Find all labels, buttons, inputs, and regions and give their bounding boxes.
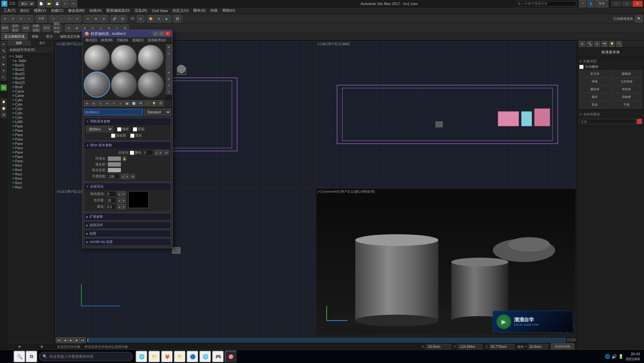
mat-sphere-4[interactable] [84,71,110,98]
highlight-header[interactable]: 反射高光 [84,183,171,190]
redo-btn[interactable]: ↪ [70,0,77,7]
play-btn[interactable]: ⏮ [56,337,62,343]
close-btn[interactable]: ✕ [633,1,643,7]
tree-item[interactable]: 👁 Cylin [8,111,53,115]
menu-render[interactable]: 渲染(R) [132,7,149,14]
opacity-value[interactable] [108,174,119,179]
select-btn[interactable]: 🖱 [1,15,9,22]
torus-btn[interactable]: 圆环 [579,94,610,101]
me-mat-id-btn[interactable]: 🔢 [131,100,137,106]
undo-btn[interactable]: ↩ [62,0,69,7]
play-anim-btn[interactable]: ▶ [68,337,74,343]
tree-item[interactable]: 👁 Pane [8,142,53,146]
cone-btn[interactable]: 圆锥体 [611,70,642,77]
twosided-check[interactable] [133,127,137,132]
object-paint-btn[interactable]: 对象绘制 [33,24,40,32]
opacity-up[interactable]: ▲ [121,174,125,179]
last-frame-btn[interactable]: ⏭ [80,337,86,343]
taskbar-firefox[interactable]: 🦊 [161,351,173,363]
viewport-front[interactable]: [+] [前] [用户定义] [线框] [316,41,576,188]
tree-item[interactable]: 👁 Pane [8,155,53,159]
taskbar-clock[interactable]: 20:43 2021/6/6 [626,352,640,361]
scene-icon[interactable]: 🎬 [1,112,7,118]
next-frame-btn[interactable]: ▶ [74,337,80,343]
save-btn[interactable]: 💾 [54,0,61,7]
snap-3d-btn[interactable]: ⊕ [137,15,144,22]
soften-value[interactable] [106,204,116,209]
tab-display[interactable]: 显示 [43,33,56,40]
g1[interactable]: ⊡ [65,24,72,32]
taskbar-search-box[interactable]: 🔍 在这里输入你要搜索的内容 [39,352,133,361]
align-btn[interactable]: ⊞ [92,15,100,22]
workspace-dropdown[interactable]: 默认 [18,1,35,6]
tree-item[interactable]: 👁 Came [8,94,53,98]
specular-color[interactable] [108,168,121,172]
me-assign-btn[interactable]: ⊡ [97,100,103,106]
maximize-btn[interactable]: □ [622,1,632,7]
cylinder-btn[interactable]: 圆柱体 [579,86,610,93]
tree-item[interactable]: 👁 Rect [8,185,53,190]
menu-view[interactable]: 视图(V) [32,7,48,14]
unlink-btn[interactable]: ⛓ [119,15,126,22]
mat-sphere-3[interactable] [138,45,164,71]
tube-btn[interactable]: 管状体 [611,86,642,93]
tree-item[interactable]: 👁 Cylin [8,107,53,111]
rp-create-btn[interactable]: ⊕ [579,41,585,47]
help-btn[interactable]: ? [579,0,586,7]
me-side-btn5[interactable]: ⊕ [166,69,172,75]
mat-editor-btn[interactable]: 🎨 [147,15,155,22]
search-set-btn[interactable]: 🔍 [635,15,643,22]
title-search[interactable] [516,1,576,6]
tree-item[interactable]: 👁 Pane [8,133,53,137]
new-btn[interactable]: 📄 [38,0,45,7]
modify-icon[interactable]: 🔧 [1,48,7,54]
tree-item[interactable]: 👁 Rect [8,181,53,185]
me-put-material-btn[interactable]: ⊞ [91,100,97,106]
quick-render-btn[interactable]: ▶ [163,15,171,22]
me-menu-mode[interactable]: 模式(D) [84,38,99,43]
obj-color[interactable]: 🟩 [1,85,7,91]
gloss-up[interactable]: ▲ [117,198,121,203]
select-tab-left[interactable]: 选择 [7,40,31,46]
tree-item[interactable]: 👁 Rect [8,172,53,176]
ambient-lock[interactable]: 🔒 [122,156,126,161]
tree-item[interactable]: 👁 Loft0 [8,120,53,124]
tree-item[interactable]: 👁 Came [8,89,53,94]
selfillum-up[interactable]: ▲ [154,150,158,155]
taskbar-task-view[interactable]: ⧉ [25,351,38,363]
pyramid-btn[interactable]: 四棱锥 [611,94,642,101]
tree-item[interactable]: 👁 Pane [8,124,53,128]
tree-item[interactable]: 👁 Pane [8,137,53,142]
menu-modifiers[interactable]: 修改器(M) [66,7,87,14]
rp-motion-btn[interactable]: 📷 [601,41,607,47]
mat-maximize-btn[interactable]: □ [159,31,164,36]
selection-region-btn[interactable]: 编辑选定对象 [53,24,61,32]
me-side-btn1[interactable]: ⊞ [166,44,172,50]
taskbar-edge[interactable]: 🌐 [136,351,148,363]
tree-item[interactable]: 👁 Pane [8,150,53,155]
me-backlight-btn[interactable]: 💡 [151,100,157,106]
coord-y-input[interactable] [458,344,483,350]
hierarchy-icon[interactable]: ⚙ [1,54,7,60]
layer-icon[interactable]: 📋 [1,99,7,105]
g2[interactable]: ⊠ [73,24,80,32]
gloss-value[interactable] [106,198,116,203]
mat-name-input[interactable] [84,109,143,115]
menu-content[interactable]: 内容 [208,7,220,14]
selfillum-check[interactable] [130,151,134,155]
taskbar-folder[interactable]: 📁 [174,351,186,363]
tree-item[interactable]: 👁 ▶ 3ddd [8,59,53,63]
menu-civilview[interactable]: Civil View [150,8,170,13]
spec-up[interactable]: ▲ [117,191,121,197]
shader-type-select[interactable]: (B)Blinn [86,126,113,132]
supersampling-header[interactable]: 超级采样 [84,222,171,228]
lasso-select-btn[interactable]: ✏ [74,15,81,22]
tree-item[interactable]: 👁 Box02 [8,67,53,72]
select-all-btn[interactable]: 全部 [36,15,47,22]
wire-check[interactable] [117,127,121,132]
fence-select-btn[interactable]: ⬡ [66,15,73,22]
display-icon[interactable]: 👁 [1,68,7,74]
opacity-down[interactable]: ▼ [125,174,129,179]
collapse-all[interactable]: ◀ [18,345,20,348]
geosphere-btn[interactable]: 几何球体 [611,78,642,85]
